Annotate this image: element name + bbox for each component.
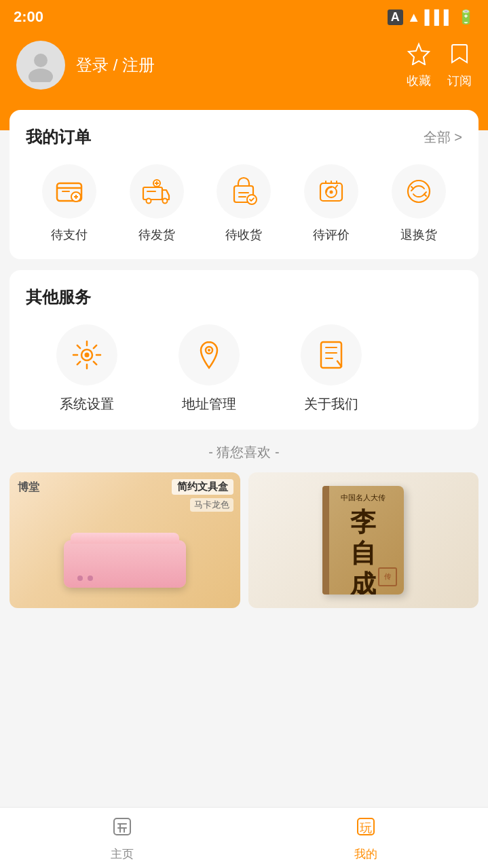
system-settings-icon-circle bbox=[56, 324, 117, 385]
pending-review-icon bbox=[316, 176, 346, 206]
svg-point-6 bbox=[146, 199, 151, 204]
recommendations-title: - 猜您喜欢 - bbox=[0, 443, 488, 461]
subscribe-label: 订阅 bbox=[447, 73, 472, 89]
orders-more-button[interactable]: 全部 > bbox=[424, 128, 462, 147]
pending-ship-icon bbox=[142, 176, 172, 206]
service-item-address-management[interactable]: 地址管理 bbox=[148, 324, 270, 413]
pending-payment-icon-circle bbox=[42, 164, 96, 219]
status-icons: A ▲ ▌▌▌ 🔋 bbox=[388, 9, 474, 25]
pending-receive-icon-circle bbox=[217, 164, 271, 219]
star-icon bbox=[407, 42, 430, 69]
return-exchange-icon-circle bbox=[392, 164, 446, 219]
signal-icon: ▌▌▌ bbox=[424, 10, 453, 25]
orders-card-header: 我的订单 全部 > bbox=[26, 126, 462, 148]
book-seal: 传 bbox=[378, 567, 397, 586]
services-card-header: 其他服务 bbox=[26, 286, 462, 308]
home-nav-label: 主页 bbox=[111, 846, 134, 862]
header-left: 登录 / 注册 bbox=[16, 41, 155, 90]
pending-review-icon-circle bbox=[304, 164, 358, 219]
other-services-card: 其他服务 系统设置 bbox=[10, 270, 478, 430]
svg-rect-19 bbox=[321, 342, 341, 368]
return-exchange-icon bbox=[404, 176, 434, 206]
status-time: 2:00 bbox=[14, 8, 43, 26]
address-management-label: 地址管理 bbox=[182, 395, 236, 413]
book-spine bbox=[322, 486, 329, 595]
notification-icon: A bbox=[388, 10, 403, 25]
svg-point-7 bbox=[162, 199, 167, 204]
svg-marker-2 bbox=[409, 44, 429, 64]
wifi-icon: ▲ bbox=[407, 10, 421, 25]
pending-payment-icon bbox=[54, 176, 84, 206]
header-right: 收藏 订阅 bbox=[407, 42, 472, 89]
svg-point-1 bbox=[29, 69, 53, 82]
service-item-system-settings[interactable]: 系统设置 bbox=[26, 324, 148, 413]
nav-item-home[interactable]: 主页 bbox=[0, 814, 244, 862]
recommendations-section: - 猜您喜欢 - 博堂 简约文具盒 马卡龙色 中国名人大传 bbox=[0, 443, 488, 608]
order-item-return-exchange[interactable]: 退换货 bbox=[375, 164, 462, 243]
order-item-pending-receive[interactable]: 待收货 bbox=[200, 164, 288, 243]
mine-nav-label: 我的 bbox=[354, 846, 377, 862]
subscribe-button[interactable]: 订阅 bbox=[447, 42, 472, 89]
svg-point-0 bbox=[34, 54, 48, 67]
book-series: 中国名人大传 bbox=[341, 493, 386, 503]
pencil-box-visual bbox=[64, 527, 186, 588]
product-brand-tag: 博堂 bbox=[18, 480, 39, 495]
svg-point-18 bbox=[208, 349, 210, 352]
about-us-label: 关于我们 bbox=[304, 395, 358, 413]
book-title: 李 自 成 bbox=[350, 507, 376, 595]
svg-point-16 bbox=[85, 353, 90, 358]
pending-review-label: 待评价 bbox=[313, 227, 350, 243]
services-title: 其他服务 bbox=[26, 286, 91, 308]
address-management-icon-circle bbox=[179, 324, 240, 385]
return-exchange-label: 退换货 bbox=[400, 227, 437, 243]
favorite-button[interactable]: 收藏 bbox=[407, 42, 431, 89]
pending-receive-label: 待收货 bbox=[225, 227, 262, 243]
about-us-icon bbox=[314, 338, 348, 372]
my-orders-card: 我的订单 全部 > 待支付 bbox=[10, 110, 478, 259]
login-register-text[interactable]: 登录 / 注册 bbox=[76, 54, 155, 76]
system-settings-label: 系统设置 bbox=[60, 395, 114, 413]
pending-ship-label: 待发货 bbox=[138, 227, 175, 243]
orders-title: 我的订单 bbox=[26, 126, 91, 148]
service-icons-row: 系统设置 地址管理 bbox=[26, 324, 462, 413]
book-visual: 中国名人大传 李 自 成 传 bbox=[322, 486, 404, 595]
pending-payment-label: 待支付 bbox=[51, 227, 88, 243]
mine-nav-icon: 玩 bbox=[354, 814, 378, 842]
order-item-pending-review[interactable]: 待评价 bbox=[288, 164, 375, 243]
product-pencil-box[interactable]: 博堂 简约文具盒 马卡龙色 bbox=[10, 472, 240, 608]
product-color: 马卡龙色 bbox=[190, 498, 233, 512]
address-management-icon bbox=[192, 338, 226, 372]
favorite-label: 收藏 bbox=[407, 73, 431, 89]
order-item-pending-payment[interactable]: 待支付 bbox=[26, 164, 113, 243]
status-bar: 2:00 A ▲ ▌▌▌ 🔋 bbox=[0, 0, 488, 34]
service-item-about-us[interactable]: 关于我们 bbox=[270, 324, 392, 413]
svg-point-13 bbox=[330, 191, 333, 194]
product-name: 简约文具盒 bbox=[172, 479, 233, 495]
bottom-nav: 主页 玩 我的 bbox=[0, 807, 488, 868]
orders-icons-row: 待支付 待发货 bbox=[26, 164, 462, 243]
avatar[interactable] bbox=[16, 41, 65, 90]
bookmark-icon bbox=[448, 42, 471, 69]
product-book-li-zicheng[interactable]: 中国名人大传 李 自 成 传 bbox=[248, 472, 479, 608]
pending-receive-icon bbox=[229, 176, 259, 206]
about-us-icon-circle bbox=[301, 324, 362, 385]
svg-point-14 bbox=[408, 181, 430, 202]
system-settings-icon bbox=[70, 338, 104, 372]
pending-ship-icon-circle bbox=[130, 164, 184, 219]
recommendations-grid: 博堂 简约文具盒 马卡龙色 中国名人大传 李 bbox=[10, 472, 478, 608]
svg-rect-5 bbox=[143, 187, 162, 200]
svg-rect-20 bbox=[114, 818, 130, 835]
main-content: 我的订单 全部 > 待支付 bbox=[0, 110, 488, 430]
battery-icon: 🔋 bbox=[457, 9, 474, 25]
order-item-pending-ship[interactable]: 待发货 bbox=[113, 164, 201, 243]
nav-item-mine[interactable]: 玩 我的 bbox=[244, 814, 489, 862]
home-nav-icon bbox=[110, 814, 134, 842]
avatar-icon bbox=[24, 48, 58, 82]
svg-text:玩: 玩 bbox=[360, 821, 372, 835]
